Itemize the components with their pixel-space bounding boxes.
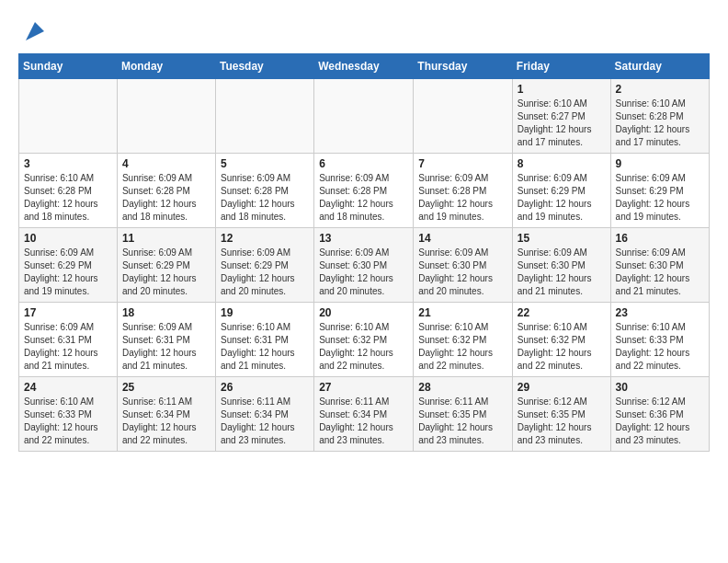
calendar-cell: 1Sunrise: 6:10 AM Sunset: 6:27 PM Daylig… <box>512 79 610 154</box>
day-number: 4 <box>122 157 210 170</box>
calendar-cell: 18Sunrise: 6:09 AM Sunset: 6:31 PM Dayli… <box>117 303 215 377</box>
calendar-cell: 2Sunrise: 6:10 AM Sunset: 6:28 PM Daylig… <box>610 79 709 154</box>
day-number: 14 <box>418 232 507 245</box>
calendar-cell <box>215 79 313 154</box>
svg-marker-0 <box>26 22 44 40</box>
day-info: Sunrise: 6:09 AM Sunset: 6:29 PM Dayligh… <box>221 247 309 298</box>
day-number: 20 <box>319 306 408 319</box>
week-row-4: 17Sunrise: 6:09 AM Sunset: 6:31 PM Dayli… <box>19 303 710 377</box>
calendar-cell: 23Sunrise: 6:10 AM Sunset: 6:33 PM Dayli… <box>610 303 709 377</box>
day-info: Sunrise: 6:09 AM Sunset: 6:31 PM Dayligh… <box>24 321 112 373</box>
day-info: Sunrise: 6:10 AM Sunset: 6:28 PM Dayligh… <box>24 172 112 224</box>
day-number: 27 <box>319 381 408 394</box>
day-number: 16 <box>616 232 704 245</box>
days-header-row: SundayMondayTuesdayWednesdayThursdayFrid… <box>19 54 710 79</box>
day-header-thursday: Thursday <box>414 54 513 79</box>
day-info: Sunrise: 6:09 AM Sunset: 6:28 PM Dayligh… <box>319 172 408 224</box>
calendar-cell: 15Sunrise: 6:09 AM Sunset: 6:30 PM Dayli… <box>512 228 610 303</box>
day-header-saturday: Saturday <box>610 54 709 79</box>
day-info: Sunrise: 6:09 AM Sunset: 6:28 PM Dayligh… <box>122 172 210 224</box>
calendar-cell: 5Sunrise: 6:09 AM Sunset: 6:28 PM Daylig… <box>215 154 313 228</box>
calendar-cell: 27Sunrise: 6:11 AM Sunset: 6:34 PM Dayli… <box>314 377 414 452</box>
calendar-cell: 22Sunrise: 6:10 AM Sunset: 6:32 PM Dayli… <box>512 303 610 377</box>
day-info: Sunrise: 6:10 AM Sunset: 6:31 PM Dayligh… <box>221 321 309 373</box>
calendar-cell: 25Sunrise: 6:11 AM Sunset: 6:34 PM Dayli… <box>117 377 215 452</box>
day-info: Sunrise: 6:09 AM Sunset: 6:30 PM Dayligh… <box>616 247 704 298</box>
day-number: 22 <box>518 306 606 319</box>
day-info: Sunrise: 6:12 AM Sunset: 6:35 PM Dayligh… <box>518 396 606 447</box>
day-number: 19 <box>221 306 309 319</box>
calendar-cell: 10Sunrise: 6:09 AM Sunset: 6:29 PM Dayli… <box>19 228 118 303</box>
day-number: 17 <box>24 306 112 319</box>
day-info: Sunrise: 6:09 AM Sunset: 6:28 PM Dayligh… <box>221 172 309 224</box>
day-number: 15 <box>518 232 606 245</box>
day-number: 26 <box>221 381 309 394</box>
day-info: Sunrise: 6:09 AM Sunset: 6:29 PM Dayligh… <box>518 172 606 224</box>
day-info: Sunrise: 6:09 AM Sunset: 6:29 PM Dayligh… <box>122 247 210 298</box>
calendar-cell: 8Sunrise: 6:09 AM Sunset: 6:29 PM Daylig… <box>512 154 610 228</box>
day-info: Sunrise: 6:10 AM Sunset: 6:32 PM Dayligh… <box>418 321 507 373</box>
day-number: 13 <box>319 232 408 245</box>
day-number: 23 <box>616 306 704 319</box>
page: SundayMondayTuesdayWednesdayThursdayFrid… <box>0 0 728 461</box>
calendar-cell <box>117 79 215 154</box>
header <box>18 18 710 44</box>
day-number: 29 <box>518 381 606 394</box>
day-number: 25 <box>122 381 210 394</box>
day-number: 11 <box>122 232 210 245</box>
day-info: Sunrise: 6:11 AM Sunset: 6:34 PM Dayligh… <box>221 396 309 447</box>
calendar-cell <box>414 79 513 154</box>
day-info: Sunrise: 6:09 AM Sunset: 6:30 PM Dayligh… <box>518 247 606 298</box>
day-header-monday: Monday <box>117 54 215 79</box>
day-info: Sunrise: 6:09 AM Sunset: 6:30 PM Dayligh… <box>418 247 507 298</box>
day-info: Sunrise: 6:09 AM Sunset: 6:29 PM Dayligh… <box>616 172 704 224</box>
day-number: 24 <box>24 381 112 394</box>
day-info: Sunrise: 6:09 AM Sunset: 6:29 PM Dayligh… <box>24 247 112 298</box>
week-row-5: 24Sunrise: 6:10 AM Sunset: 6:33 PM Dayli… <box>19 377 710 452</box>
calendar: SundayMondayTuesdayWednesdayThursdayFrid… <box>18 53 710 452</box>
calendar-cell: 26Sunrise: 6:11 AM Sunset: 6:34 PM Dayli… <box>215 377 313 452</box>
day-number: 12 <box>221 232 309 245</box>
logo <box>18 18 48 44</box>
calendar-cell: 11Sunrise: 6:09 AM Sunset: 6:29 PM Dayli… <box>117 228 215 303</box>
calendar-cell: 13Sunrise: 6:09 AM Sunset: 6:30 PM Dayli… <box>314 228 414 303</box>
calendar-cell: 9Sunrise: 6:09 AM Sunset: 6:29 PM Daylig… <box>610 154 709 228</box>
day-number: 7 <box>418 157 507 170</box>
calendar-cell: 19Sunrise: 6:10 AM Sunset: 6:31 PM Dayli… <box>215 303 313 377</box>
calendar-cell: 12Sunrise: 6:09 AM Sunset: 6:29 PM Dayli… <box>215 228 313 303</box>
day-number: 8 <box>518 157 606 170</box>
calendar-cell: 17Sunrise: 6:09 AM Sunset: 6:31 PM Dayli… <box>19 303 118 377</box>
calendar-body: 1Sunrise: 6:10 AM Sunset: 6:27 PM Daylig… <box>19 79 710 452</box>
day-header-sunday: Sunday <box>19 54 118 79</box>
day-info: Sunrise: 6:10 AM Sunset: 6:32 PM Dayligh… <box>518 321 606 373</box>
calendar-cell: 7Sunrise: 6:09 AM Sunset: 6:28 PM Daylig… <box>414 154 513 228</box>
calendar-cell: 16Sunrise: 6:09 AM Sunset: 6:30 PM Dayli… <box>610 228 709 303</box>
day-info: Sunrise: 6:10 AM Sunset: 6:27 PM Dayligh… <box>518 98 606 149</box>
day-number: 10 <box>24 232 112 245</box>
day-number: 30 <box>616 381 704 394</box>
calendar-cell <box>19 79 118 154</box>
day-number: 18 <box>122 306 210 319</box>
day-info: Sunrise: 6:09 AM Sunset: 6:30 PM Dayligh… <box>319 247 408 298</box>
day-info: Sunrise: 6:11 AM Sunset: 6:34 PM Dayligh… <box>122 396 210 447</box>
calendar-cell: 20Sunrise: 6:10 AM Sunset: 6:32 PM Dayli… <box>314 303 414 377</box>
calendar-cell: 30Sunrise: 6:12 AM Sunset: 6:36 PM Dayli… <box>610 377 709 452</box>
day-header-friday: Friday <box>512 54 610 79</box>
calendar-cell <box>314 79 414 154</box>
day-info: Sunrise: 6:11 AM Sunset: 6:35 PM Dayligh… <box>418 396 507 447</box>
day-number: 1 <box>518 83 606 96</box>
day-info: Sunrise: 6:10 AM Sunset: 6:33 PM Dayligh… <box>616 321 704 373</box>
calendar-cell: 14Sunrise: 6:09 AM Sunset: 6:30 PM Dayli… <box>414 228 513 303</box>
day-number: 28 <box>418 381 507 394</box>
day-info: Sunrise: 6:12 AM Sunset: 6:36 PM Dayligh… <box>616 396 704 447</box>
day-info: Sunrise: 6:09 AM Sunset: 6:31 PM Dayligh… <box>122 321 210 373</box>
day-info: Sunrise: 6:10 AM Sunset: 6:32 PM Dayligh… <box>319 321 408 373</box>
day-number: 9 <box>616 157 704 170</box>
calendar-cell: 4Sunrise: 6:09 AM Sunset: 6:28 PM Daylig… <box>117 154 215 228</box>
day-number: 6 <box>319 157 408 170</box>
calendar-cell: 21Sunrise: 6:10 AM Sunset: 6:32 PM Dayli… <box>414 303 513 377</box>
day-number: 21 <box>418 306 507 319</box>
logo-icon <box>22 18 48 44</box>
calendar-cell: 29Sunrise: 6:12 AM Sunset: 6:35 PM Dayli… <box>512 377 610 452</box>
week-row-1: 1Sunrise: 6:10 AM Sunset: 6:27 PM Daylig… <box>19 79 710 154</box>
